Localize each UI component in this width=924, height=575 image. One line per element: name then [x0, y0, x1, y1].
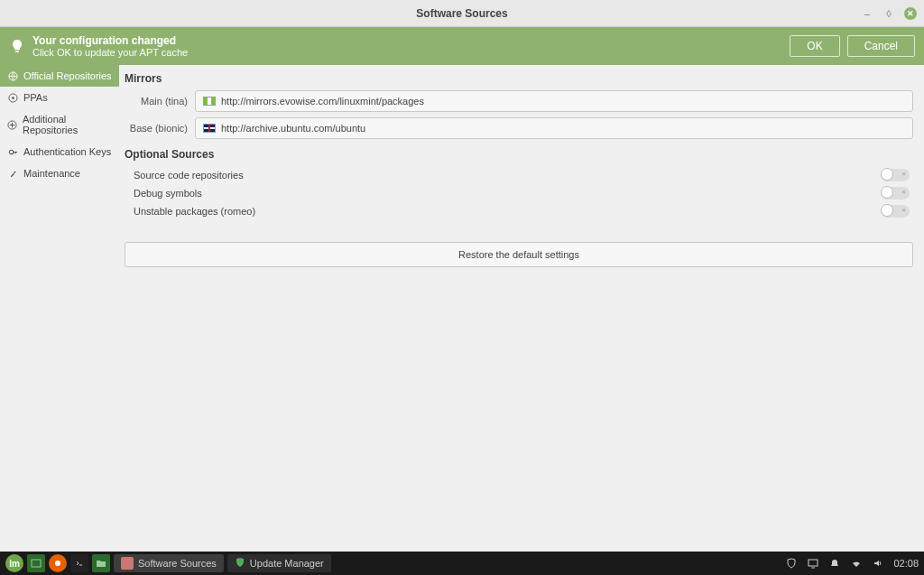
mirror-main-url: http://mirrors.evowise.com/linuxmint/pac… — [221, 96, 424, 107]
maximize-button[interactable]: ◊ — [882, 7, 895, 20]
minimize-button[interactable]: – — [861, 7, 873, 20]
option-label: Source code repositories — [134, 170, 244, 181]
taskbar-right: 02:08 — [785, 557, 919, 570]
mirror-base-label: Base (bionic) — [125, 123, 188, 134]
tray-volume-icon[interactable] — [872, 557, 884, 570]
main-area: Official Repositories PPAs Additional Re… — [0, 65, 924, 552]
shield-icon — [235, 557, 245, 570]
mirror-row-main: Main (tina) http://mirrors.evowise.com/l… — [125, 90, 913, 112]
app-icon — [121, 557, 134, 570]
option-source-code: Source code repositories × — [125, 166, 913, 184]
tray-shield-icon[interactable] — [785, 557, 798, 570]
wrench-icon — [7, 168, 18, 179]
content-pane: Mirrors Main (tina) http://mirrors.evowi… — [119, 65, 924, 552]
mirror-main-selector[interactable]: http://mirrors.evowise.com/linuxmint/pac… — [195, 90, 913, 112]
sidebar-item-maintenance[interactable]: Maintenance — [0, 162, 119, 184]
option-label: Unstable packages (romeo) — [134, 206, 255, 217]
titlebar: Software Sources – ◊ ✕ — [0, 0, 924, 27]
flag-icon — [203, 97, 216, 106]
notification-message: Your configuration changed Click OK to u… — [32, 34, 790, 58]
taskbar-clock[interactable]: 02:08 — [893, 558, 919, 569]
svg-point-4 — [9, 150, 14, 154]
terminal-icon[interactable] — [70, 554, 88, 572]
tray-display-icon[interactable] — [807, 557, 819, 570]
option-debug-symbols: Debug symbols × — [125, 184, 913, 202]
show-desktop-icon[interactable] — [27, 554, 45, 572]
toggle-debug-symbols[interactable]: × — [881, 187, 910, 199]
mirror-main-label: Main (tina) — [125, 96, 188, 107]
taskbar-app-software-sources[interactable]: Software Sources — [114, 554, 224, 572]
sidebar-item-label: Official Repositories — [23, 70, 112, 81]
svg-point-6 — [55, 561, 60, 566]
files-icon[interactable] — [92, 554, 110, 572]
sidebar-item-label: Maintenance — [23, 168, 80, 179]
lightbulb-icon — [9, 38, 25, 54]
notification-bar: Your configuration changed Click OK to u… — [0, 27, 924, 65]
cancel-button[interactable]: Cancel — [847, 35, 915, 57]
mirror-base-url: http://archive.ubuntu.com/ubuntu — [221, 123, 365, 134]
mirror-row-base: Base (bionic) http://archive.ubuntu.com/… — [125, 117, 913, 139]
option-unstable-packages: Unstable packages (romeo) × — [125, 202, 913, 220]
sidebar-item-additional-repositories[interactable]: Additional Repositories — [0, 108, 119, 141]
key-icon — [7, 146, 18, 157]
taskbar-left: lm Software Sources Update Manager — [5, 554, 331, 572]
window-controls: – ◊ ✕ — [861, 7, 917, 20]
notification-subtitle: Click OK to update your APT cache — [32, 47, 790, 58]
globe-icon — [7, 70, 18, 81]
svg-point-2 — [12, 97, 14, 99]
option-label: Debug symbols — [134, 188, 202, 199]
window-title: Software Sources — [416, 7, 507, 20]
sidebar: Official Repositories PPAs Additional Re… — [0, 65, 119, 552]
start-menu-icon[interactable]: lm — [5, 554, 23, 572]
taskbar-app-label: Update Manager — [250, 558, 324, 569]
sidebar-item-ppas[interactable]: PPAs — [0, 87, 119, 108]
mirrors-heading: Mirrors — [125, 72, 913, 85]
sidebar-item-label: PPAs — [23, 92, 48, 103]
optional-sources-heading: Optional Sources — [125, 148, 913, 161]
tray-notification-icon[interactable] — [828, 557, 841, 570]
ok-button[interactable]: OK — [790, 35, 839, 57]
restore-defaults-button[interactable]: Restore the default settings — [125, 242, 913, 267]
flag-icon — [203, 124, 216, 133]
taskbar-app-update-manager[interactable]: Update Manager — [227, 554, 331, 572]
tray-network-icon[interactable] — [850, 557, 863, 570]
notification-buttons: OK Cancel — [790, 35, 915, 57]
svg-rect-5 — [32, 560, 41, 567]
svg-rect-7 — [808, 560, 818, 566]
sidebar-item-official-repositories[interactable]: Official Repositories — [0, 65, 119, 87]
ppa-icon — [7, 92, 18, 103]
taskbar: lm Software Sources Update Manager — [0, 552, 924, 575]
taskbar-app-label: Software Sources — [138, 558, 217, 569]
sidebar-item-authentication-keys[interactable]: Authentication Keys — [0, 141, 119, 162]
toggle-source-code[interactable]: × — [881, 169, 910, 181]
close-button[interactable]: ✕ — [904, 7, 917, 20]
sidebar-item-label: Additional Repositories — [23, 114, 112, 135]
firefox-icon[interactable] — [49, 554, 67, 572]
mirror-base-selector[interactable]: http://archive.ubuntu.com/ubuntu — [195, 117, 913, 139]
sidebar-item-label: Authentication Keys — [23, 146, 111, 157]
toggle-unstable-packages[interactable]: × — [881, 205, 910, 218]
notification-title: Your configuration changed — [32, 34, 790, 47]
plus-icon — [7, 119, 17, 130]
